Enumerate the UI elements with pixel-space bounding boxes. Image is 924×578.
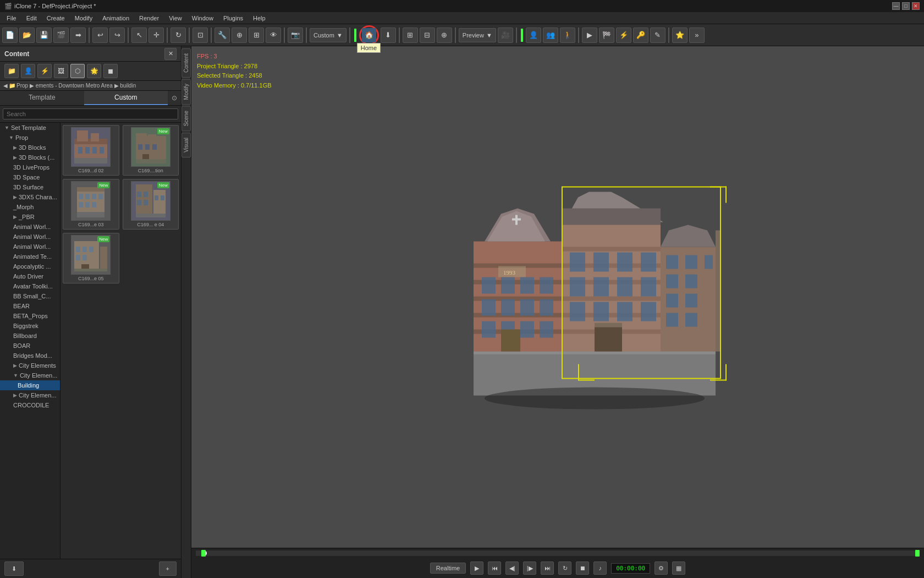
side-tab-scene[interactable]: Scene [182,106,191,131]
toolbar-redo[interactable]: ↪ [109,28,125,43]
type-folder[interactable]: 📁 [4,64,19,78]
toolbar-record[interactable]: 🎬 [53,28,69,43]
custom-dropdown[interactable]: Custom ▼ [310,28,346,42]
tree-item-animated[interactable]: Animated Te... [0,252,60,261]
tree-item-animal1[interactable]: Animal Worl... [0,222,60,232]
menu-file[interactable]: File [2,14,21,23]
toolbar-camera-frame[interactable]: 📷 [288,28,303,43]
loop-button[interactable]: ↻ [558,561,571,575]
settings-button[interactable]: ⚙ [654,561,668,575]
home-button[interactable]: 🏠 [362,28,376,42]
thumb-item-5[interactable]: New [63,233,119,283]
stop-button[interactable]: ⏹ [576,561,589,575]
toolbar-frame[interactable]: ⊡ [193,28,208,43]
toolbar-save[interactable]: 💾 [36,28,52,43]
toolbar-character2[interactable]: 👥 [543,28,558,43]
tree-item-bridges[interactable]: Bridges Mod... [0,351,60,361]
back-button[interactable]: ◀ [3,83,8,89]
type-character[interactable]: 👤 [21,64,35,78]
audio-button[interactable]: ♪ [593,561,607,575]
tree-item-city1[interactable]: ▶ City Elements [0,361,60,370]
toolbar-more[interactable]: » [689,28,705,43]
close-button[interactable]: ✕ [912,2,920,10]
tree-item-pbr[interactable]: ▶ _PBR [0,212,60,222]
tree-item-apocalyptic[interactable]: Apocalyptic ... [0,261,60,271]
side-tab-modify[interactable]: Modify [182,79,191,105]
tree-item-avatar[interactable]: Avatar Toolki... [0,281,60,291]
play-button[interactable]: ▶ [470,561,483,575]
render-button[interactable]: ▦ [672,561,685,575]
tree-item-3dblocks2[interactable]: ▶ 3D Blocks (... [0,152,60,162]
timeline-marker-end[interactable] [915,550,920,557]
preview-dropdown[interactable]: Preview ▼ [459,28,496,42]
toolbar-export[interactable]: ➡ [70,28,86,43]
menu-modify[interactable]: Modify [70,14,97,23]
thumb-item-3[interactable]: New [63,179,119,230]
timeline-track[interactable] [196,550,920,556]
menu-view[interactable]: View [164,14,186,23]
toolbar-cam-record[interactable]: 🎥 [498,28,513,43]
type-material[interactable]: ◼ [103,64,118,78]
tree-item-3dx5[interactable]: ▶ 3DX5 Chara... [0,192,60,202]
toolbar-character1[interactable]: 👤 [526,28,541,43]
toolbar-tool3[interactable]: ⊞ [249,28,264,43]
tree-item-animal3[interactable]: Animal Worl... [0,242,60,252]
toolbar-open[interactable]: 📂 [19,28,35,43]
thumb-item-2[interactable]: New [123,125,179,176]
toolbar-undo[interactable]: ↩ [92,28,108,43]
toolbar-align[interactable]: ⊕ [437,28,452,43]
timeline-marker-start[interactable] [201,550,206,557]
toolbar-select[interactable]: ↖ [131,28,147,43]
toolbar-star[interactable]: ⭐ [672,28,688,43]
tree-item-city3[interactable]: ▶ City Elemen... [0,390,60,400]
tree-item-3dblocks[interactable]: ▶ 3D Blocks [0,143,60,152]
viewport-3d[interactable]: FPS : 3 Project Triangle : 2978 Selected… [191,46,924,548]
toolbar-tool1[interactable]: 🔧 [215,28,230,43]
tree-item-3dliveprops[interactable]: 3D LiveProps [0,162,60,172]
tab-template[interactable]: Template [0,91,84,105]
type-prop[interactable]: ⬡ [70,64,85,78]
tree-item-billboard[interactable]: Billboard [0,331,60,341]
toolbar-new[interactable]: 📄 [2,28,18,43]
tree-item-bear[interactable]: BEAR [0,301,60,311]
toolbar-download[interactable]: ⬇ [381,28,396,43]
thumb-item-4[interactable]: New [123,179,179,230]
tree-item-set-template[interactable]: ▼ Set Template [0,123,60,133]
toolbar-anim1[interactable]: ▶ [582,28,597,43]
toolbar-group[interactable]: ⊟ [420,28,435,43]
toolbar-anim5[interactable]: ✎ [650,28,666,43]
toolbar-tool2[interactable]: ⊕ [232,28,247,43]
tab-custom[interactable]: Custom [84,91,168,105]
next-frame-button[interactable]: |▶ [523,561,536,575]
type-effect[interactable]: 🌟 [87,64,101,78]
tree-item-prop[interactable]: ▼ Prop [0,133,60,143]
tree-item-city2[interactable]: ▼ City Elemen... [0,370,60,380]
toolbar-anim3[interactable]: ⚡ [616,28,631,43]
tree-item-autodriver[interactable]: Auto Driver [0,271,60,281]
menu-window[interactable]: Window [188,14,218,23]
menu-help[interactable]: Help [249,14,270,23]
side-tab-content[interactable]: Content [182,48,191,78]
toolbar-character3[interactable]: 🚶 [560,28,575,43]
menu-plugins[interactable]: Plugins [219,14,248,23]
realtime-button[interactable]: Realtime [430,563,466,574]
toolbar-move[interactable]: ✛ [148,28,164,43]
tree-item-morph[interactable]: _Morph [0,202,60,212]
menu-create[interactable]: Create [42,14,69,23]
minimize-button[interactable]: — [892,2,900,10]
menu-render[interactable]: Render [135,14,163,23]
toolbar-anim2[interactable]: 🏁 [599,28,614,43]
tree-item-3dspace[interactable]: 3D Space [0,172,60,182]
tree-item-animal2[interactable]: Animal Worl... [0,232,60,242]
tree-item-3dsurface[interactable]: 3D Surface [0,182,60,192]
tree-item-building[interactable]: Building [0,380,60,390]
add-button[interactable]: + [159,561,177,576]
fast-forward-button[interactable]: ⏭ [541,561,554,575]
titlebar-controls[interactable]: — □ ✕ [892,2,920,10]
tabs-actions[interactable]: ⊙ [168,91,181,105]
rewind-button[interactable]: ⏮ [488,561,501,575]
side-tab-visual[interactable]: Visual [182,133,191,157]
type-scene[interactable]: 🖼 [54,64,68,78]
import-button[interactable]: ⬇ [4,561,24,576]
menu-edit[interactable]: Edit [22,14,41,23]
